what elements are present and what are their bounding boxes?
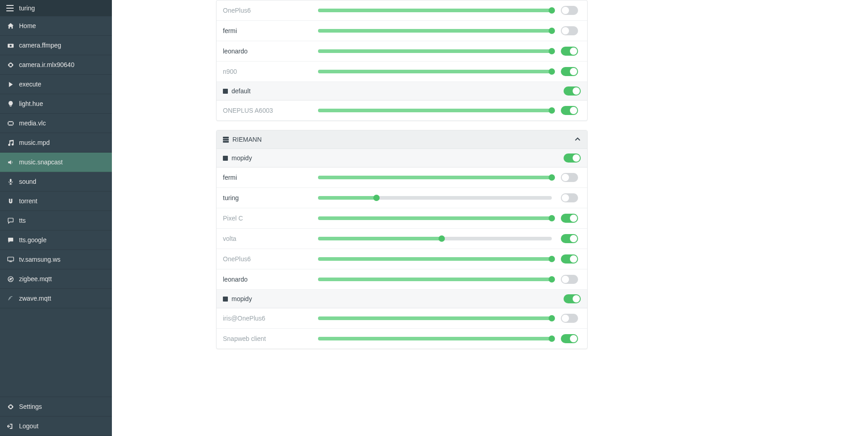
volume-slider[interactable] (318, 29, 552, 33)
sidebar-item-tts-google[interactable]: tts.google (0, 230, 112, 250)
mute-toggle[interactable] (564, 86, 581, 96)
group-name: mopidy (231, 154, 252, 162)
stop-icon (223, 297, 228, 302)
group-header: default (217, 82, 587, 101)
client-row: turing (217, 188, 587, 208)
svg-rect-9 (7, 125, 8, 125)
sidebar-title: turing (19, 5, 35, 12)
volume-slider[interactable] (318, 49, 552, 53)
volume-slider[interactable] (318, 237, 552, 240)
mute-toggle[interactable] (564, 153, 581, 163)
group-name: mopidy (231, 295, 252, 302)
sidebar-item-camera-ffmpeg[interactable]: camera.ffmpeg (0, 36, 112, 55)
camera-icon (6, 42, 14, 49)
gear-icon (6, 403, 14, 410)
sidebar-item-tv-samsung-ws[interactable]: tv.samsung.ws (0, 250, 112, 269)
sidebar-item-music-snapcast[interactable]: music.snapcast (0, 153, 112, 172)
client-row: leonardo (217, 41, 587, 62)
mute-toggle[interactable] (561, 214, 578, 223)
sidebar: turing Homecamera.ffmpegcamera.ir.mlx906… (0, 0, 112, 436)
group-header: mopidy (217, 290, 587, 308)
volume-slider[interactable] (318, 316, 552, 320)
film-icon (6, 120, 14, 127)
sidebar-item-media-vlc[interactable]: media.vlc (0, 114, 112, 133)
sidebar-item-label: tts (19, 217, 26, 224)
sidebar-item-camera-ir-mlx90640[interactable]: camera.ir.mlx90640 (0, 55, 112, 75)
volume-slider[interactable] (318, 196, 552, 200)
monitor-icon (6, 256, 14, 263)
sidebar-item-zwave-mqtt[interactable]: zwave.mqtt (0, 289, 112, 308)
sidebar-item-execute[interactable]: execute (0, 75, 112, 94)
svg-rect-22 (223, 297, 228, 302)
logout-icon (6, 423, 14, 430)
sidebar-item-label: zwave.mqtt (19, 295, 51, 302)
mute-toggle[interactable] (561, 334, 578, 343)
client-row: n900 (217, 62, 587, 82)
sidebar-item-sound[interactable]: sound (0, 172, 112, 192)
server-panel: RIEMANNmopidyfermituringPixel CvoltaOneP… (216, 130, 588, 349)
hamburger-icon[interactable] (6, 5, 14, 11)
mute-toggle[interactable] (564, 294, 581, 303)
sidebar-item-torrent[interactable]: torrent (0, 192, 112, 211)
server-header[interactable]: RIEMANN (217, 130, 587, 149)
volume-slider[interactable] (318, 278, 552, 281)
svg-rect-17 (223, 89, 228, 94)
volume-slider[interactable] (318, 337, 552, 340)
sidebar-header: turing (0, 0, 112, 16)
client-row: volta (217, 229, 587, 249)
volume-slider[interactable] (318, 70, 552, 73)
svg-rect-19 (223, 139, 229, 140)
svg-rect-10 (13, 121, 14, 122)
sidebar-item-label: sound (19, 178, 36, 185)
mute-toggle[interactable] (561, 173, 578, 182)
sidebar-item-label: camera.ir.mlx90640 (19, 61, 74, 68)
chevron-up-icon[interactable] (574, 136, 581, 143)
svg-rect-20 (223, 141, 229, 143)
client-row: Snapweb client (217, 329, 587, 349)
svg-rect-8 (7, 121, 8, 122)
mute-toggle[interactable] (561, 6, 578, 15)
sidebar-item-label: camera.ffmpeg (19, 42, 61, 49)
client-name: OnePlus6 (223, 7, 309, 14)
server-icon (223, 137, 229, 143)
sidebar-item-Home[interactable]: Home (0, 16, 112, 36)
group-name: default (231, 87, 251, 95)
sidebar-item-tts[interactable]: tts (0, 211, 112, 230)
mute-toggle[interactable] (561, 67, 578, 76)
mute-toggle[interactable] (561, 106, 578, 115)
mute-toggle[interactable] (561, 254, 578, 264)
client-name: iris@OnePlus6 (223, 315, 309, 322)
volume-slider[interactable] (318, 9, 552, 12)
magnet-icon (6, 198, 14, 205)
client-row: fermi (217, 21, 587, 41)
svg-rect-0 (6, 5, 14, 6)
sidebar-item-zigbee-mqtt[interactable]: zigbee.mqtt (0, 269, 112, 289)
zigbee-icon (6, 276, 14, 283)
group-header: mopidy (217, 149, 587, 168)
svg-rect-12 (10, 178, 11, 182)
sidebar-item-music-mpd[interactable]: music.mpd (0, 133, 112, 153)
svg-rect-13 (7, 257, 13, 260)
mute-toggle[interactable] (561, 26, 578, 35)
client-name: fermi (223, 174, 309, 181)
server-name: RIEMANN (232, 136, 262, 143)
sidebar-item-label: execute (19, 81, 41, 88)
sidebar-item-light-hue[interactable]: light.hue (0, 94, 112, 114)
sidebar-footer-settings[interactable]: Settings (0, 397, 112, 417)
mute-toggle[interactable] (561, 234, 578, 243)
client-name: turing (223, 194, 309, 201)
volume-slider[interactable] (318, 216, 552, 220)
volume-slider[interactable] (318, 257, 552, 261)
sidebar-footer-logout[interactable]: Logout (0, 417, 112, 436)
mute-toggle[interactable] (561, 193, 578, 202)
sidebar-footer-label: Settings (19, 403, 42, 410)
mute-toggle[interactable] (561, 47, 578, 56)
mute-toggle[interactable] (561, 314, 578, 323)
sidebar-item-label: light.hue (19, 100, 43, 107)
client-name: Snapweb client (223, 335, 309, 342)
volume-slider[interactable] (318, 109, 552, 112)
play-icon (6, 81, 14, 88)
volume-slider[interactable] (318, 176, 552, 179)
mute-toggle[interactable] (561, 275, 578, 284)
chat-icon (6, 217, 14, 224)
